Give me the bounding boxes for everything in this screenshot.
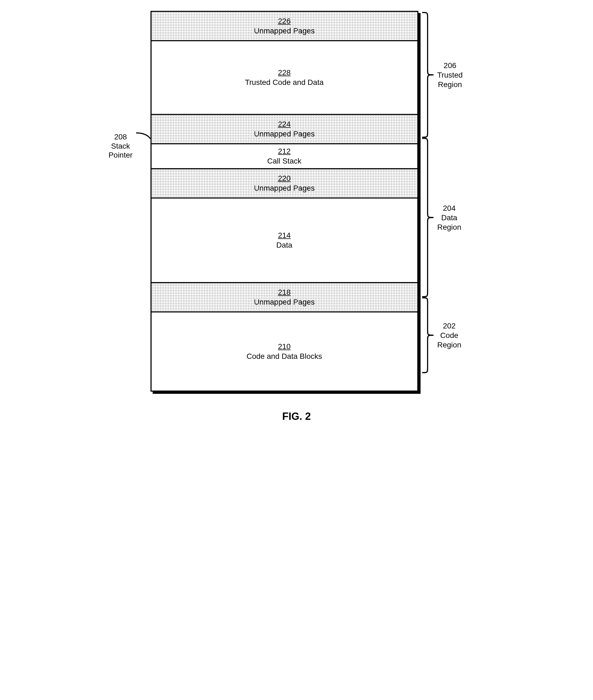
- region-label: 206TrustedRegion: [437, 61, 463, 89]
- figure-2: 208StackPointer 226Unmapped Pages228Trus…: [11, 11, 582, 422]
- segment-228: 228Trusted Code and Data: [152, 40, 417, 114]
- region-ref: 202: [437, 321, 462, 330]
- region-204: 204DataRegion: [421, 138, 462, 297]
- brace-icon: [421, 138, 435, 297]
- stack-pointer-line1: Stack: [102, 142, 140, 151]
- region-line1: Trusted: [437, 70, 463, 80]
- pointer-connector: [135, 132, 152, 140]
- diagram-layout: 208StackPointer 226Unmapped Pages228Trus…: [102, 11, 491, 392]
- segment-label: Unmapped Pages: [254, 26, 315, 36]
- stack-pointer-label: 208StackPointer: [102, 132, 140, 160]
- segment-ref: 218: [278, 287, 291, 297]
- brace-icon: [421, 297, 435, 373]
- region-line2: Region: [437, 80, 463, 89]
- region-line1: Data: [437, 213, 462, 222]
- segment-label: Call Stack: [267, 156, 301, 166]
- region-ref: 204: [437, 203, 462, 213]
- region-206: 206TrustedRegion: [421, 12, 463, 138]
- segment-label: Unmapped Pages: [254, 183, 315, 193]
- region-line1: Code: [437, 330, 462, 340]
- brace-icon: [421, 12, 435, 138]
- stack-pointer-ref: 208: [102, 132, 140, 142]
- segment-ref: 224: [278, 119, 291, 129]
- memory-stack: 226Unmapped Pages228Trusted Code and Dat…: [151, 11, 419, 392]
- region-line2: Region: [437, 340, 462, 350]
- region-line2: Region: [437, 222, 462, 232]
- segment-label: Code and Data Blocks: [246, 351, 322, 361]
- segment-214: 214Data: [152, 197, 417, 282]
- segment-226: 226Unmapped Pages: [152, 12, 417, 40]
- segment-ref: 226: [278, 16, 291, 26]
- region-label: 204DataRegion: [437, 203, 462, 232]
- left-annotation-column: 208StackPointer: [102, 11, 151, 392]
- right-brace-column: 206TrustedRegion204DataRegion202CodeRegi…: [421, 11, 491, 392]
- segment-220: 220Unmapped Pages: [152, 168, 417, 197]
- region-ref: 206: [437, 61, 463, 70]
- segment-label: Trusted Code and Data: [245, 78, 323, 87]
- segment-ref: 228: [278, 68, 291, 78]
- figure-caption: FIG. 2: [282, 411, 311, 422]
- segment-label: Unmapped Pages: [254, 129, 315, 139]
- stack-pointer-line2: Pointer: [102, 151, 140, 160]
- segment-label: Data: [276, 240, 292, 250]
- segment-ref: 220: [278, 173, 291, 183]
- segment-210: 210Code and Data Blocks: [152, 311, 417, 391]
- segment-ref: 210: [278, 342, 291, 351]
- segment-218: 218Unmapped Pages: [152, 282, 417, 311]
- region-label: 202CodeRegion: [437, 321, 462, 350]
- segment-ref: 214: [278, 231, 291, 240]
- segment-label: Unmapped Pages: [254, 297, 315, 307]
- region-202: 202CodeRegion: [421, 297, 462, 373]
- segment-212: 212Call Stack: [152, 143, 417, 168]
- segment-ref: 212: [278, 147, 291, 156]
- segment-224: 224Unmapped Pages: [152, 114, 417, 143]
